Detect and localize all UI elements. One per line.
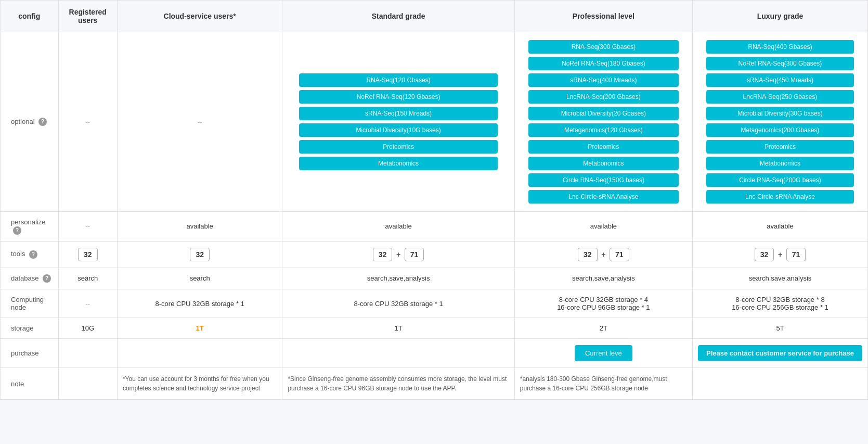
tools-pro-plus: +: [601, 250, 605, 259]
header-standard: Standard grade: [282, 1, 514, 32]
optional-lux-btns: RNA-Seq(400 Gbases) NoRef RNA-Seq(300 Gb…: [698, 39, 862, 205]
optional-lux-btn-9[interactable]: Circle RNA-Seq(200G bases): [706, 173, 854, 187]
optional-std-btn-5[interactable]: Proteomics: [299, 140, 498, 154]
personalize-luxury: available: [692, 212, 867, 242]
optional-lux-btn-4[interactable]: LncRNA-Seq(250 Gbases): [706, 90, 854, 104]
row-database: database ? search search search,save,ana…: [1, 268, 868, 289]
tools-professional: 32 + 71: [514, 241, 692, 268]
tools-luxury: 32 + 71: [692, 241, 867, 268]
label-note: note: [1, 368, 59, 400]
optional-pro-btn-10[interactable]: Lnc-Circle-sRNA Analyse: [528, 190, 679, 204]
help-icon-tools[interactable]: ?: [29, 250, 37, 259]
tools-std-badge-b: 71: [405, 248, 424, 261]
optional-pro-btn-9[interactable]: Circle RNA-Seq(150G bases): [528, 173, 679, 187]
contact-service-button[interactable]: Please contact customer service for purc…: [698, 345, 862, 361]
label-optional: optional ?: [1, 32, 59, 212]
note-cloud-text: *You can use account for 3 months for fr…: [123, 374, 277, 393]
optional-lux-btn-1[interactable]: RNA-Seq(400 Gbases): [706, 40, 854, 54]
optional-registered: --: [58, 32, 117, 212]
optional-luxury: RNA-Seq(400 Gbases) NoRef RNA-Seq(300 Gb…: [692, 32, 867, 212]
label-database: database ?: [1, 268, 59, 289]
table-header-row: config Registered users Cloud-service us…: [1, 1, 868, 32]
note-standard: *Since Ginseng-free genome assembly cons…: [282, 368, 514, 400]
row-personalize: personalize ? -- available available ava…: [1, 212, 868, 242]
computing-professional: 8-core CPU 32GB storage * 4 16-core CPU …: [514, 289, 692, 318]
optional-professional: RNA-Seq(300 Gbases) NoRef RNA-Seq(180 Gb…: [514, 32, 692, 212]
optional-pro-btn-7[interactable]: Proteomics: [528, 140, 679, 154]
note-standard-text: *Since Ginseng-free genome assembly cons…: [288, 374, 509, 393]
tools-registered: 32: [58, 241, 117, 268]
help-icon-personalize[interactable]: ?: [13, 226, 21, 235]
storage-professional: 2T: [514, 318, 692, 339]
database-cloud: search: [117, 268, 282, 289]
tools-standard: 32 + 71: [282, 241, 514, 268]
optional-pro-btns: RNA-Seq(300 Gbases) NoRef RNA-Seq(180 Gb…: [520, 39, 687, 205]
computing-pro-line2: 16-core CPU 96GB storage * 1: [520, 303, 687, 311]
tools-std-badge-a: 32: [373, 248, 393, 261]
optional-std-btn-1[interactable]: RNA-Seq(120 Gbases): [299, 73, 498, 87]
optional-std-btn-2[interactable]: NoRef RNA-Seq(120 Gbases): [299, 90, 498, 104]
optional-pro-btn-4[interactable]: LncRNA-Seq(200 Gbases): [528, 90, 679, 104]
computing-pro-line1: 8-core CPU 32GB storage * 4: [520, 296, 687, 303]
purchase-luxury: Please contact customer service for purc…: [692, 339, 867, 368]
row-note: note *You can use account for 3 months f…: [1, 368, 868, 400]
purchase-cloud: [117, 339, 282, 368]
label-tools: tools ?: [1, 241, 59, 268]
main-table-wrapper: config Registered users Cloud-service us…: [0, 0, 868, 400]
computing-registered: --: [58, 289, 117, 318]
header-professional: Professional level: [514, 1, 692, 32]
purchase-registered: [58, 339, 117, 368]
optional-lux-btn-3[interactable]: sRNA-Seq(450 Mreads): [706, 73, 854, 87]
note-luxury: [692, 368, 867, 400]
help-icon-optional[interactable]: ?: [38, 118, 47, 126]
optional-lux-btn-6[interactable]: Metagenomics(200 Gbases): [706, 123, 854, 137]
optional-pro-btn-8[interactable]: Metabonomics: [528, 157, 679, 170]
computing-lux-line1: 8-core CPU 32GB storage * 8: [698, 296, 862, 303]
row-computing: Computing node -- 8-core CPU 32GB storag…: [1, 289, 868, 318]
header-luxury: Luxury grade: [692, 1, 867, 32]
computing-standard: 8-core CPU 32GB storage * 1: [282, 289, 514, 318]
header-registered: Registered users: [58, 1, 117, 32]
header-config: config: [1, 1, 59, 32]
note-professional: *analysis 180-300 Gbase Ginseng-free gen…: [514, 368, 692, 400]
optional-pro-btn-5[interactable]: Microbial Diversity(20 Gbases): [528, 107, 679, 120]
optional-lux-btn-8[interactable]: Metabonomics: [706, 157, 854, 170]
optional-pro-btn-2[interactable]: NoRef RNA-Seq(180 Gbases): [528, 57, 679, 70]
help-icon-database[interactable]: ?: [43, 274, 51, 283]
database-professional: search,save,analysis: [514, 268, 692, 289]
computing-lux-line2: 16-core CPU 256GB storage * 1: [698, 303, 862, 311]
database-registered: search: [58, 268, 117, 289]
optional-pro-btn-3[interactable]: sRNA-Seq(400 Mreads): [528, 73, 679, 87]
current-level-button[interactable]: Current leve: [575, 345, 632, 361]
database-standard: search,save,analysis: [282, 268, 514, 289]
personalize-registered: --: [58, 212, 117, 242]
optional-pro-btn-1[interactable]: RNA-Seq(300 Gbases): [528, 40, 679, 54]
tools-cloud: 32: [117, 241, 282, 268]
optional-lux-btn-7[interactable]: Proteomics: [706, 140, 854, 154]
optional-lux-btn-5[interactable]: Microbial Diversity(30G bases): [706, 107, 854, 120]
tools-pro-badge-b: 71: [610, 248, 629, 261]
optional-lux-btn-10[interactable]: Lnc-Circle-sRNA Analyse: [706, 190, 854, 204]
tools-std-plus: +: [396, 250, 400, 259]
note-registered: [58, 368, 117, 400]
storage-registered: 10G: [58, 318, 117, 339]
personalize-standard: available: [282, 212, 514, 242]
optional-cloud: --: [117, 32, 282, 212]
optional-pro-btn-6[interactable]: Metagenomics(120 Gbases): [528, 123, 679, 137]
purchase-standard: [282, 339, 514, 368]
tools-lux-badge-a: 32: [755, 248, 774, 261]
row-storage: storage 10G 1T 1T 2T 5T: [1, 318, 868, 339]
tools-lux-badge-b: 71: [786, 248, 806, 261]
personalize-cloud: available: [117, 212, 282, 242]
optional-std-btn-4[interactable]: Microbial Diversity(10G bases): [299, 123, 498, 137]
row-optional: optional ? -- -- RNA-Seq(120 Gbases) NoR…: [1, 32, 868, 212]
header-cloud: Cloud-service users*: [117, 1, 282, 32]
database-luxury: search,save,analysis: [692, 268, 867, 289]
optional-std-btn-3[interactable]: sRNA-Seq(150 Mreads): [299, 107, 498, 120]
computing-luxury: 8-core CPU 32GB storage * 8 16-core CPU …: [692, 289, 867, 318]
row-purchase: purchase Current leve Please contact cus…: [1, 339, 868, 368]
label-purchase: purchase: [1, 339, 59, 368]
optional-std-btn-6[interactable]: Metabonomics: [299, 157, 498, 170]
optional-lux-btn-2[interactable]: NoRef RNA-Seq(300 Gbases): [706, 57, 854, 70]
optional-standard: RNA-Seq(120 Gbases) NoRef RNA-Seq(120 Gb…: [282, 32, 514, 212]
